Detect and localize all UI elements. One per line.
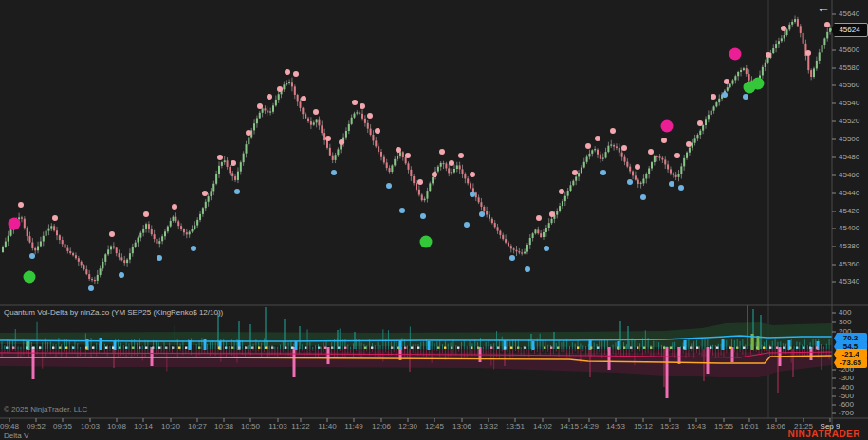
price-axis-label: 45460: [839, 172, 859, 179]
back-arrow-icon[interactable]: ←: [817, 1, 830, 14]
time-axis-label: 15:12: [634, 423, 653, 431]
indicator-value-box: -73.65: [834, 358, 867, 368]
time-axis-label: 10:03: [81, 423, 100, 431]
time-axis-label: 12:45: [425, 423, 444, 431]
indicator-axis-label: -300: [839, 375, 854, 382]
indicator-axis-label: -700: [839, 410, 854, 417]
price-axis-label: 45480: [839, 154, 859, 161]
time-axis-label: 11:22: [291, 423, 309, 431]
time-axis-label: 13:32: [479, 423, 498, 431]
time-axis-label: 10:14: [134, 423, 153, 431]
time-axis-label: 13:51: [506, 423, 525, 431]
price-axis-label: 45540: [839, 100, 859, 107]
time-axis-label: 14:15: [560, 423, 579, 431]
indicator-axis-label: 400: [839, 309, 851, 317]
price-axis-label: 45640: [839, 10, 859, 18]
time-axis-label: 14:29: [580, 423, 599, 431]
time-axis-label: 11:40: [318, 423, 336, 431]
price-axis-label: 45560: [839, 82, 859, 89]
time-axis-label: 11:49: [344, 423, 362, 431]
price-axis-label: 45500: [839, 136, 859, 143]
time-axis-label: 09:55: [53, 423, 72, 431]
indicator-label: Quantum Vol-Delta by ninZa.co (YM SEP25 …: [4, 308, 223, 317]
price-axis-label: 45360: [839, 261, 859, 268]
time-axis-label: 09:52: [27, 423, 46, 431]
time-axis-label: 10:38: [214, 423, 233, 431]
time-axis-label: 10:08: [107, 423, 126, 431]
indicator-axis-label: -400: [839, 384, 854, 392]
time-axis-label: 10:20: [161, 423, 180, 431]
chart-canvas[interactable]: [0, 0, 868, 440]
copyright-text: © 2025 NinjaTrader, LLC: [4, 405, 87, 413]
time-axis-label: 15:43: [687, 423, 706, 431]
price-axis-label: 45340: [839, 278, 859, 285]
time-axis-label: 14:53: [606, 423, 625, 431]
price-axis-label: 45600: [839, 46, 859, 54]
time-axis-label: 14:02: [533, 423, 552, 431]
time-axis-label: 12:30: [398, 423, 417, 431]
price-axis-label: 45520: [839, 118, 859, 125]
time-axis-label: 15:23: [660, 423, 679, 431]
price-axis-label: 45380: [839, 243, 859, 250]
time-axis-label: 10:27: [188, 423, 207, 431]
price-axis-label: 45440: [839, 190, 859, 197]
time-axis-label: 09:48: [0, 423, 19, 431]
price-axis-label: 45400: [839, 225, 859, 232]
current-price-tag: 45624: [831, 23, 868, 37]
time-axis-label: 15:55: [714, 423, 733, 431]
price-axis-label: 45420: [839, 208, 859, 215]
indicator-axis-label: 300: [839, 319, 851, 326]
price-axis-label: 45580: [839, 64, 859, 72]
time-axis-label: 10:50: [241, 423, 260, 431]
indicator-axis-label: -500: [839, 393, 854, 400]
indicator-axis-label: -600: [839, 401, 854, 409]
ninjatrader-chart-window: ← 45640456004558045560455404552045500454…: [0, 0, 868, 440]
time-axis-label: 12:06: [372, 423, 391, 431]
time-axis-label: 16:01: [740, 423, 759, 431]
time-axis-label: 11:03: [268, 423, 286, 431]
time-axis-label: 18:06: [766, 423, 785, 431]
tab-delta-v[interactable]: Delta V: [4, 431, 28, 440]
ninjatrader-logo: NINJATRADER: [788, 429, 860, 439]
time-axis-label: 13:06: [452, 423, 471, 431]
